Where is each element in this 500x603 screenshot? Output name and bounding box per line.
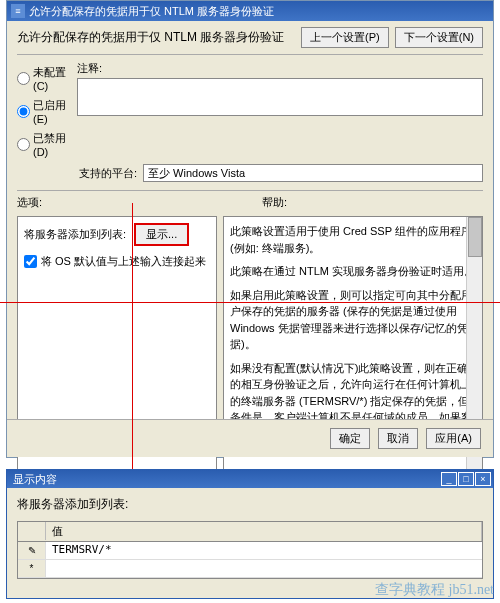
window-title: 显示内容: [13, 472, 57, 487]
table-row[interactable]: *: [18, 560, 482, 578]
value-column-header: 值: [46, 522, 482, 541]
value-cell[interactable]: TERMSRV/*: [46, 542, 482, 559]
window-title: 允许分配保存的凭据用于仅 NTLM 服务器身份验证: [29, 4, 274, 19]
prev-setting-button[interactable]: 上一个设置(P): [301, 27, 389, 48]
radio-not-configured[interactable]: 未配置(C): [17, 65, 77, 92]
comment-label: 注释:: [77, 61, 483, 76]
divider: [17, 190, 483, 191]
title-bar[interactable]: ≡ 允许分配保存的凭据用于仅 NTLM 服务器身份验证: [7, 1, 493, 21]
concat-checkbox[interactable]: [24, 255, 37, 268]
new-row-icon: *: [18, 560, 46, 577]
annotation-line-horizontal: [0, 302, 500, 303]
edit-row-icon: ✎: [18, 542, 46, 559]
radio-enabled[interactable]: 已启用(E): [17, 98, 77, 125]
cancel-button[interactable]: 取消: [378, 428, 418, 449]
show-content-dialog: 显示内容 _ □ × 将服务器添加到列表: 值 ✎ TERMSRV/* *: [6, 469, 494, 599]
add-servers-label: 将服务器添加到列表:: [17, 496, 483, 513]
maximize-icon[interactable]: □: [458, 472, 474, 486]
ok-button[interactable]: 确定: [330, 428, 370, 449]
app-icon: ≡: [11, 4, 25, 18]
help-text: 此策略在通过 NTLM 实现服务器身份验证时适用。: [230, 263, 476, 280]
divider: [17, 54, 483, 55]
options-label: 选项:: [17, 195, 42, 210]
concat-checkbox-label[interactable]: 将 OS 默认值与上述输入连接起来: [24, 254, 210, 269]
help-text: 此策略设置适用于使用 Cred SSP 组件的应用程序(例如: 终端服务)。: [230, 223, 476, 256]
next-setting-button[interactable]: 下一个设置(N): [395, 27, 483, 48]
help-text: 如果启用此策略设置，则可以指定可向其中分配用户保存的凭据的服务器 (保存的凭据是…: [230, 287, 476, 353]
state-radio-group: 未配置(C) 已启用(E) 已禁用(D): [17, 61, 77, 158]
comment-textarea[interactable]: [77, 78, 483, 116]
radio-disabled[interactable]: 已禁用(D): [17, 131, 77, 158]
minimize-icon[interactable]: _: [441, 472, 457, 486]
row-marker-header: [18, 522, 46, 540]
title-bar[interactable]: 显示内容 _ □ ×: [7, 470, 493, 488]
scroll-thumb[interactable]: [468, 217, 482, 257]
add-servers-label: 将服务器添加到列表:: [24, 227, 126, 242]
value-cell[interactable]: [46, 560, 482, 577]
close-icon[interactable]: ×: [475, 472, 491, 486]
platform-field: [143, 164, 483, 182]
policy-name: 允许分配保存的凭据用于仅 NTLM 服务器身份验证: [17, 29, 284, 46]
value-grid[interactable]: 值 ✎ TERMSRV/* *: [17, 521, 483, 579]
watermark: 查字典教程 jb51.net: [375, 581, 494, 599]
apply-button[interactable]: 应用(A): [426, 428, 481, 449]
policy-dialog: ≡ 允许分配保存的凭据用于仅 NTLM 服务器身份验证 允许分配保存的凭据用于仅…: [6, 0, 494, 458]
table-row[interactable]: ✎ TERMSRV/*: [18, 542, 482, 560]
platform-label: 支持的平台:: [79, 166, 137, 181]
show-button[interactable]: 显示...: [134, 223, 189, 246]
help-label: 帮助:: [262, 195, 287, 210]
